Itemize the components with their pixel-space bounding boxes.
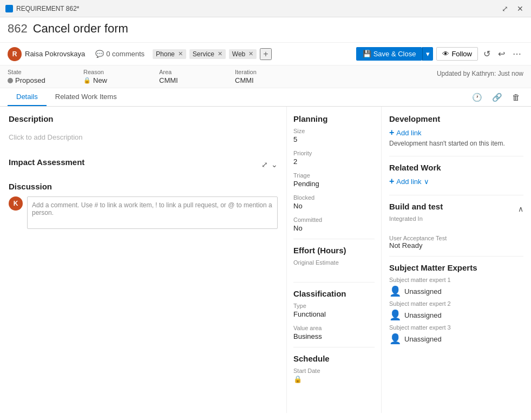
priority-field: Priority 2 <box>293 150 375 166</box>
start-date-label: Start Date <box>293 368 375 374</box>
value-area-label: Value area <box>293 325 375 331</box>
integrated-in-value[interactable] <box>389 222 523 231</box>
sme1-item: 👤 Unassigned <box>389 285 523 297</box>
uat-field: User Acceptance Test Not Ready <box>389 235 523 250</box>
state-value: Proposed <box>8 76 73 84</box>
comment-avatar: K <box>9 196 23 211</box>
comment-icon: 💬 <box>95 50 104 58</box>
priority-value[interactable]: 2 <box>293 158 375 166</box>
type-label: Type <box>293 303 375 309</box>
user-name: Raisa Pokrovskaya <box>25 50 85 58</box>
related-add-label: Add link <box>396 178 421 186</box>
add-tag-button[interactable]: + <box>260 48 271 60</box>
follow-button[interactable]: 👁 Follow <box>436 47 478 61</box>
state-text[interactable]: Proposed <box>15 76 45 84</box>
middle-panel: Planning Size 5 Priority 2 Triage Pendin… <box>287 107 382 413</box>
classification-title: Classification <box>293 289 375 298</box>
committed-label: Committed <box>293 216 375 223</box>
sme1-value[interactable]: Unassigned <box>404 287 442 296</box>
more-button[interactable]: ⋯ <box>510 47 523 61</box>
refresh-button[interactable]: ↺ <box>481 47 493 61</box>
title-bar-left: REQUIREMENT 862* <box>5 5 79 12</box>
size-field: Size 5 <box>293 128 375 143</box>
sme2-label: Subject matter expert 2 <box>389 300 523 307</box>
value-area-value[interactable]: Business <box>293 332 375 340</box>
impact-assessment-section: Impact Assessment ⤢ ⌄ <box>9 158 278 171</box>
sme-title: Subject Matter Experts <box>389 263 523 272</box>
requirement-icon <box>5 5 13 12</box>
tab-related-work-items[interactable]: Related Work Items <box>47 88 126 106</box>
build-test-header: Build and test ∧ <box>389 202 523 215</box>
reason-text[interactable]: New <box>93 76 107 84</box>
sme3-value[interactable]: Unassigned <box>404 335 442 343</box>
size-value[interactable]: 5 <box>293 135 375 143</box>
expand-button[interactable]: ⤢ <box>500 4 510 13</box>
comment-input[interactable]: Add a comment. Use # to link a work item… <box>27 196 278 229</box>
reason-value: 🔒 New <box>83 76 148 84</box>
description-placeholder[interactable]: Click to add Description <box>9 128 278 147</box>
related-work-section: Related Work + Add link ∨ <box>389 163 523 186</box>
link-button[interactable]: 🔗 <box>489 90 506 104</box>
toolbar: R Raisa Pokrovskaya 💬 0 comments Phone ✕… <box>0 43 531 65</box>
blocked-label: Blocked <box>293 194 375 201</box>
area-field: Area CMMI <box>159 69 224 84</box>
original-estimate-value[interactable] <box>293 267 375 275</box>
comment-area: K Add a comment. Use # to link a work it… <box>9 196 278 229</box>
sme3-group: Subject matter expert 3 👤 Unassigned <box>389 324 523 345</box>
avatar: R <box>8 47 22 61</box>
dev-add-link-button[interactable]: + Add link <box>389 128 422 137</box>
build-test-collapse-button[interactable]: ∧ <box>518 205 523 213</box>
sme2-value[interactable]: Unassigned <box>404 311 442 319</box>
tag-web-close[interactable]: ✕ <box>248 50 253 57</box>
triage-label: Triage <box>293 172 375 179</box>
blocked-field: Blocked No <box>293 194 375 210</box>
save-label: Save & Close <box>373 50 416 58</box>
type-value[interactable]: Functional <box>293 310 375 318</box>
undo-button[interactable]: ↩ <box>496 47 507 61</box>
tag-phone: Phone ✕ <box>153 49 186 59</box>
save-close-button[interactable]: 💾 Save & Close <box>356 47 423 61</box>
tag-service: Service ✕ <box>189 49 226 59</box>
uat-value[interactable]: Not Ready <box>389 241 523 250</box>
impact-assessment-title: Impact Assessment <box>9 158 84 167</box>
title-bar-label: REQUIREMENT 862* <box>16 5 79 12</box>
close-button[interactable]: ✕ <box>515 4 526 13</box>
sme2-item: 👤 Unassigned <box>389 309 523 321</box>
related-work-add-link-button[interactable]: + Add link ∨ <box>389 176 429 186</box>
uat-label: User Acceptance Test <box>389 235 523 241</box>
work-item-name[interactable]: Cancel order form <box>33 22 128 36</box>
impact-expand-button[interactable]: ⤢ <box>261 160 268 169</box>
comment-placeholder: Add a comment. Use # to link a work item… <box>32 201 272 216</box>
sme3-icon: 👤 <box>389 333 401 345</box>
tag-web-label: Web <box>232 50 245 58</box>
delete-button[interactable]: 🗑 <box>509 90 523 104</box>
reason-field: Reason 🔒 New <box>83 69 148 84</box>
history-button[interactable]: 🕐 <box>469 90 486 104</box>
iteration-value[interactable]: CMMI <box>235 76 300 84</box>
triage-value[interactable]: Pending <box>293 180 375 188</box>
impact-collapse-button[interactable]: ⌄ <box>271 160 278 169</box>
type-field: Type Functional <box>293 303 375 318</box>
sme3-label: Subject matter expert 3 <box>389 324 523 331</box>
right-panel: Development + Add link Development hasn'… <box>382 107 531 413</box>
state-dot <box>8 78 13 83</box>
blocked-value[interactable]: No <box>293 202 375 210</box>
tabs-bar: Details Related Work Items 🕐 🔗 🗑 <box>0 88 531 107</box>
tag-phone-close[interactable]: ✕ <box>178 50 183 57</box>
sme1-label: Subject matter expert 1 <box>389 277 523 283</box>
sme3-item: 👤 Unassigned <box>389 333 523 345</box>
sme1-group: Subject matter expert 1 👤 Unassigned <box>389 277 523 297</box>
tab-details[interactable]: Details <box>8 88 47 106</box>
discussion-title: Discussion <box>9 182 278 191</box>
start-date-value[interactable]: 🔒 <box>293 375 375 383</box>
title-bar-right: ⤢ ✕ <box>500 4 526 13</box>
area-value[interactable]: CMMI <box>159 76 224 84</box>
state-field: State Proposed <box>8 69 73 84</box>
committed-value[interactable]: No <box>293 224 375 232</box>
main-content: Description Click to add Description Imp… <box>0 107 531 413</box>
save-dropdown-button[interactable]: ▾ <box>422 47 433 61</box>
committed-field: Committed No <box>293 216 375 232</box>
comments-button[interactable]: 💬 0 comments <box>90 48 149 60</box>
iteration-field: Iteration CMMI <box>235 69 300 84</box>
tag-service-close[interactable]: ✕ <box>218 50 222 57</box>
